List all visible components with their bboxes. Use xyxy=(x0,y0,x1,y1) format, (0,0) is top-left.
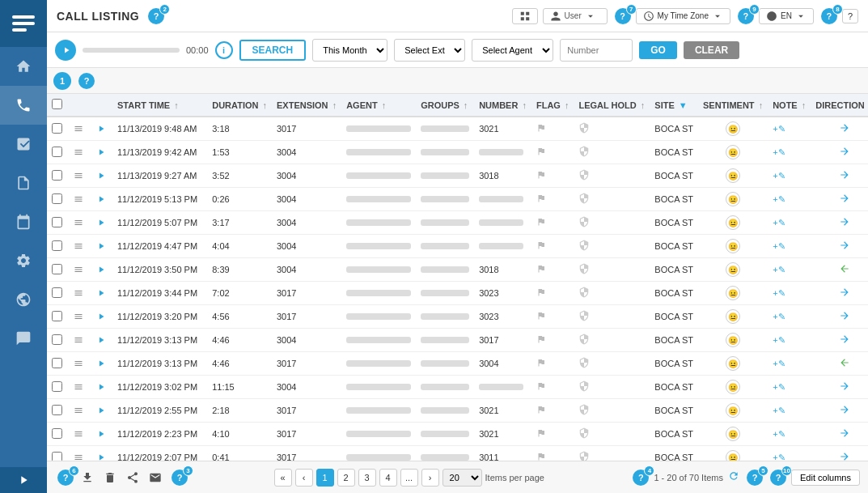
help-badge-9[interactable]: ?9 xyxy=(738,8,754,24)
page-1-btn[interactable]: 1 xyxy=(316,469,334,487)
row-checkbox[interactable] xyxy=(52,311,62,321)
help-badge-5[interactable]: ?5 xyxy=(747,470,763,486)
add-note-btn[interactable]: +✎ xyxy=(773,406,785,415)
items-per-page-select[interactable]: 20 50 100 xyxy=(442,469,482,487)
row-menu-btn[interactable] xyxy=(72,240,85,253)
add-note-btn[interactable]: +✎ xyxy=(773,171,785,181)
row-menu-btn[interactable] xyxy=(72,146,85,159)
row-play-btn[interactable] xyxy=(95,193,108,206)
search-button[interactable]: SEARCH xyxy=(239,40,307,61)
row-checkbox[interactable] xyxy=(52,405,62,415)
row-checkbox[interactable] xyxy=(52,147,62,157)
row-checkbox[interactable] xyxy=(52,170,62,181)
help-badge-4[interactable]: ?4 xyxy=(633,470,649,486)
select-all-badge[interactable]: 1 xyxy=(53,72,71,90)
row-checkbox[interactable] xyxy=(52,428,62,439)
row-play-btn[interactable] xyxy=(95,310,108,323)
row-play-btn[interactable] xyxy=(95,380,108,393)
row-menu-btn[interactable] xyxy=(72,216,85,229)
row-play-btn[interactable] xyxy=(95,169,108,182)
month-filter[interactable]: This Month xyxy=(312,39,387,62)
row-checkbox[interactable] xyxy=(52,240,62,251)
row-checkbox[interactable] xyxy=(52,264,62,274)
row-menu-btn[interactable] xyxy=(72,310,85,323)
add-note-btn[interactable]: +✎ xyxy=(773,335,785,345)
first-page-btn[interactable]: « xyxy=(274,469,292,487)
add-note-btn[interactable]: +✎ xyxy=(773,359,785,368)
row-play-btn[interactable] xyxy=(95,122,108,135)
audio-progress[interactable] xyxy=(83,48,180,53)
row-checkbox[interactable] xyxy=(52,193,62,204)
row-menu-btn[interactable] xyxy=(72,427,85,440)
info-button[interactable]: i xyxy=(215,41,233,59)
extension-filter[interactable]: Select Ext xyxy=(394,39,465,62)
row-menu-btn[interactable] xyxy=(72,334,85,346)
row-checkbox[interactable] xyxy=(52,217,62,227)
row-menu-btn[interactable] xyxy=(72,263,85,276)
export-icon-btn[interactable] xyxy=(78,469,96,487)
row-play-btn[interactable] xyxy=(95,427,108,440)
prev-page-btn[interactable]: ‹ xyxy=(295,469,313,487)
help-badge-10[interactable]: ?10 xyxy=(770,470,786,486)
select-all-checkbox[interactable] xyxy=(52,99,62,109)
help-badge-8[interactable]: ?8 xyxy=(821,8,837,24)
share-icon-btn[interactable] xyxy=(124,469,142,487)
delete-icon-btn[interactable] xyxy=(101,469,119,487)
row-menu-btn[interactable] xyxy=(72,169,85,182)
number-input[interactable] xyxy=(560,39,633,62)
row-checkbox[interactable] xyxy=(52,334,62,345)
row-menu-btn[interactable] xyxy=(72,380,85,393)
add-note-btn[interactable]: +✎ xyxy=(773,453,785,461)
row-play-btn[interactable] xyxy=(95,240,108,253)
row-play-btn[interactable] xyxy=(95,357,108,370)
sidebar-item-analytics[interactable] xyxy=(0,125,47,164)
row-checkbox[interactable] xyxy=(52,287,62,298)
help-badge-toolbar[interactable]: ? xyxy=(78,73,95,89)
row-play-btn[interactable] xyxy=(95,287,108,300)
sidebar-item-chat[interactable] xyxy=(0,319,47,358)
grid-view-btn[interactable] xyxy=(512,8,538,24)
row-play-btn[interactable] xyxy=(95,263,108,276)
add-note-btn[interactable]: +✎ xyxy=(773,382,785,392)
add-note-btn[interactable]: +✎ xyxy=(773,124,785,134)
add-note-btn[interactable]: +✎ xyxy=(773,241,785,251)
agent-filter[interactable]: Select Agent xyxy=(472,39,553,62)
user-profile-btn[interactable]: User xyxy=(543,8,608,24)
add-note-btn[interactable]: +✎ xyxy=(773,265,785,274)
row-checkbox[interactable] xyxy=(52,358,62,368)
page-3-btn[interactable]: 3 xyxy=(358,469,376,487)
row-menu-btn[interactable] xyxy=(72,122,85,135)
next-page-btn[interactable]: › xyxy=(421,469,439,487)
row-menu-btn[interactable] xyxy=(72,357,85,370)
sidebar-logo[interactable] xyxy=(0,0,47,47)
help-badge-7[interactable]: ?7 xyxy=(615,8,631,24)
email-icon-btn[interactable] xyxy=(146,469,164,487)
row-play-btn[interactable] xyxy=(95,334,108,346)
edit-columns-btn[interactable]: Edit columns xyxy=(791,470,860,486)
row-menu-btn[interactable] xyxy=(72,451,85,461)
sidebar-item-settings[interactable] xyxy=(0,241,47,280)
row-menu-btn[interactable] xyxy=(72,404,85,417)
refresh-btn[interactable] xyxy=(728,470,739,484)
row-play-btn[interactable] xyxy=(95,216,108,229)
page-2-btn[interactable]: 2 xyxy=(337,469,355,487)
add-note-btn[interactable]: +✎ xyxy=(773,194,785,204)
page-4-btn[interactable]: 4 xyxy=(379,469,397,487)
timezone-btn[interactable]: My Time Zone xyxy=(636,8,730,24)
sidebar-item-calendar[interactable] xyxy=(0,202,47,241)
add-note-btn[interactable]: +✎ xyxy=(773,312,785,321)
sidebar-item-reports[interactable] xyxy=(0,164,47,202)
add-note-btn[interactable]: +✎ xyxy=(773,288,785,298)
row-checkbox[interactable] xyxy=(52,381,62,392)
row-play-btn[interactable] xyxy=(95,146,108,159)
row-menu-btn[interactable] xyxy=(72,287,85,300)
go-button[interactable]: GO xyxy=(639,41,677,59)
sidebar-item-integration[interactable] xyxy=(0,280,47,319)
help-badge-6[interactable]: ?6 xyxy=(57,470,74,486)
row-menu-btn[interactable] xyxy=(72,193,85,206)
help-badge-2[interactable]: ?2 xyxy=(148,8,164,24)
sidebar-item-home[interactable] xyxy=(0,47,47,86)
language-btn[interactable]: EN xyxy=(759,8,814,24)
help-btn[interactable]: ? xyxy=(842,9,858,23)
sidebar-expand-btn[interactable] xyxy=(0,467,47,493)
